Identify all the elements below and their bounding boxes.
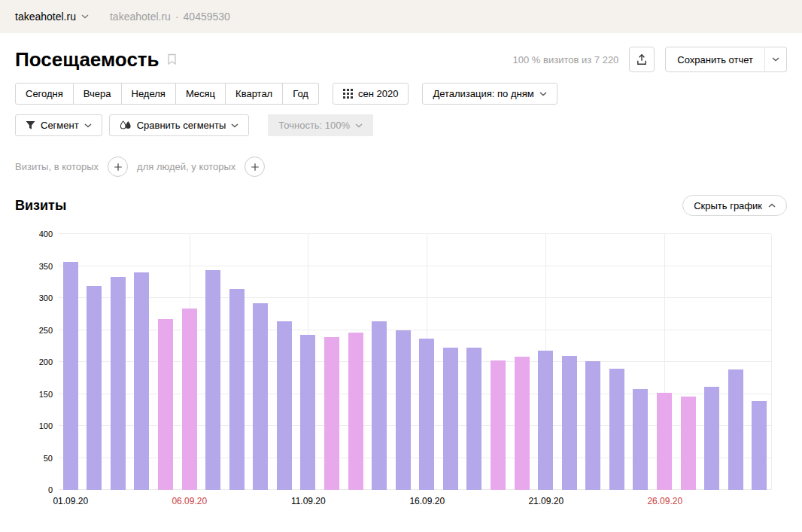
bar-11.09.20[interactable] [300, 335, 315, 490]
compare-segments-label: Сравнить сегменты [137, 120, 226, 131]
plot-area [59, 234, 772, 490]
bar-23.09.20[interactable] [585, 361, 600, 490]
bar-01.09.20[interactable] [63, 262, 78, 490]
y-axis-label: 100 [39, 422, 53, 430]
bar-16.09.20[interactable] [419, 339, 434, 490]
bar-12.09.20[interactable] [324, 337, 339, 490]
calendar-period-button[interactable]: сен 2020 [333, 83, 409, 105]
site-meta-name: takeahotel.ru [110, 11, 171, 23]
bar-21.09.20[interactable] [538, 351, 553, 490]
segment-button[interactable]: Сегмент [15, 114, 102, 136]
export-button[interactable] [629, 47, 655, 72]
site-meta-separator: · [175, 11, 179, 23]
y-axis-label: 350 [39, 262, 53, 270]
bar-28.09.20[interactable] [704, 387, 719, 490]
y-axis-label: 300 [39, 294, 53, 302]
visits-condition-label: Визиты, в которых [15, 161, 99, 172]
site-selector-label: takeahotel.ru [15, 11, 76, 23]
chevron-down-icon [355, 123, 363, 128]
bar-22.09.20[interactable] [562, 356, 577, 491]
bar-05.09.20[interactable] [158, 319, 173, 490]
save-report-button[interactable]: Сохранить отчет [665, 47, 765, 72]
tab-today[interactable]: Сегодня [15, 83, 74, 105]
x-axis-label: 21.09.20 [528, 496, 564, 506]
page-title: Посещаемость [15, 48, 159, 71]
bar-15.09.20[interactable] [396, 330, 411, 490]
calendar-grid-icon [343, 89, 353, 99]
site-meta: takeahotel.ru · 40459530 [110, 11, 230, 23]
tab-week[interactable]: Неделя [122, 83, 176, 105]
chevron-down-icon [81, 14, 89, 19]
bar-29.09.20[interactable] [728, 369, 743, 490]
chevron-down-icon [231, 123, 238, 128]
topbar: takeahotel.ru takeahotel.ru · 40459530 [0, 0, 802, 33]
y-axis-label: 250 [39, 326, 53, 334]
segment-toolbar: Сегмент Сравнить сегменты Точность: 100% [0, 114, 802, 136]
export-icon [636, 53, 648, 65]
visits-chart: 050100150200250300350400 01.09.2006.09.2… [15, 228, 787, 514]
plus-icon [114, 163, 123, 172]
bar-03.09.20[interactable] [111, 277, 126, 490]
bar-26.09.20[interactable] [657, 393, 672, 490]
tab-yesterday[interactable]: Вчера [74, 83, 122, 105]
counter-id: 40459530 [184, 11, 230, 23]
y-axis-label: 400 [39, 230, 53, 239]
bar-17.09.20[interactable] [443, 348, 458, 490]
chevron-down-icon [84, 123, 92, 128]
bar-25.09.20[interactable] [633, 389, 648, 490]
bar-10.09.20[interactable] [277, 321, 292, 490]
bar-07.09.20[interactable] [205, 270, 220, 490]
hide-chart-button[interactable]: Скрыть график [682, 195, 787, 216]
x-axis-label: 06.09.20 [172, 496, 207, 506]
y-axis: 050100150200250300350400 [15, 234, 53, 490]
bar-08.09.20[interactable] [229, 289, 245, 490]
tab-month[interactable]: Месяц [176, 83, 226, 105]
x-axis: 01.09.2006.09.2011.09.2016.09.2021.09.20… [59, 496, 772, 508]
x-axis-label: 01.09.20 [53, 496, 88, 506]
people-condition-label: для людей, у которых [137, 161, 235, 172]
bar-24.09.20[interactable] [609, 369, 624, 491]
x-axis-label: 16.09.20 [409, 496, 445, 506]
bar-13.09.20[interactable] [348, 333, 363, 490]
bar-04.09.20[interactable] [134, 272, 149, 490]
x-axis-label: 26.09.20 [647, 496, 682, 506]
tab-year[interactable]: Год [283, 83, 319, 105]
accuracy-button[interactable]: Точность: 100% [268, 114, 373, 136]
y-axis-label: 200 [39, 358, 53, 366]
add-people-condition-button[interactable] [245, 157, 265, 177]
bar-09.09.20[interactable] [253, 303, 268, 490]
page-header: Посещаемость 100 % визитов из 7 220 Сохр… [0, 47, 802, 72]
chevron-up-icon [768, 203, 776, 208]
chevron-down-icon [772, 57, 779, 62]
plus-icon [251, 163, 260, 172]
bar-19.09.20[interactable] [491, 360, 506, 490]
segment-label: Сегмент [41, 120, 79, 131]
period-toolbar: Сегодня Вчера Неделя Месяц Квартал Год с… [0, 83, 802, 105]
bar-27.09.20[interactable] [681, 397, 696, 490]
y-axis-label: 150 [39, 390, 53, 398]
y-axis-label: 0 [48, 486, 53, 494]
bar-30.09.20[interactable] [752, 401, 767, 490]
compare-segments-icon [120, 120, 132, 130]
save-report-split-button: Сохранить отчет [665, 47, 787, 72]
bar-18.09.20[interactable] [466, 348, 482, 490]
funnel-icon [26, 120, 35, 130]
filter-row: Визиты, в которых для людей, у которых [0, 157, 802, 177]
site-selector-dropdown[interactable]: takeahotel.ru [15, 11, 89, 23]
bookmark-icon[interactable] [167, 53, 177, 65]
add-visit-condition-button[interactable] [108, 157, 128, 177]
period-tab-group: Сегодня Вчера Неделя Месяц Квартал Год [15, 83, 319, 105]
compare-segments-button[interactable]: Сравнить сегменты [109, 114, 250, 136]
tab-quarter[interactable]: Квартал [226, 83, 283, 105]
chart-title: Визиты [15, 198, 66, 214]
x-axis-label: 11.09.20 [291, 496, 326, 506]
bar-06.09.20[interactable] [182, 309, 197, 490]
accuracy-label: Точность: 100% [278, 120, 350, 131]
bar-14.09.20[interactable] [372, 321, 387, 490]
detail-level-button[interactable]: Детализация: по дням [422, 83, 557, 105]
visits-info: 100 % визитов из 7 220 [513, 54, 619, 65]
chart-header: Визиты Скрыть график [0, 195, 802, 216]
bar-20.09.20[interactable] [515, 357, 530, 490]
save-report-dropdown-button[interactable] [764, 47, 787, 72]
bar-02.09.20[interactable] [87, 286, 102, 490]
